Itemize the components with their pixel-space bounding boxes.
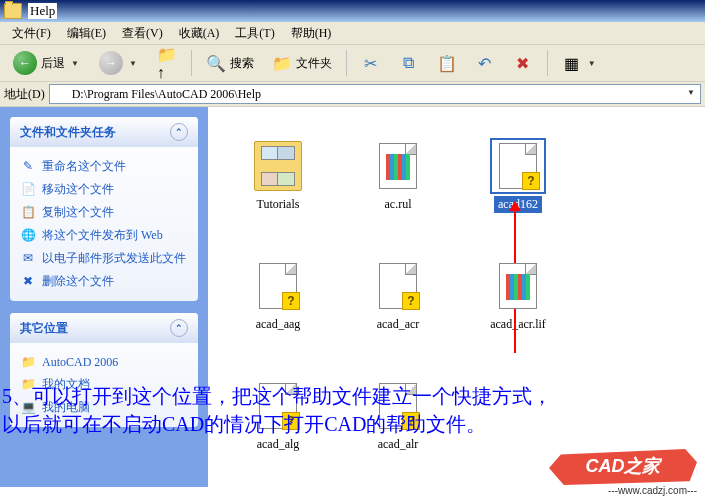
back-icon: ←	[13, 51, 37, 75]
file-item[interactable]: ac.rul	[338, 117, 458, 237]
up-button[interactable]: 📁↑	[150, 49, 184, 77]
places-panel-header[interactable]: 其它位置 ⌃	[10, 313, 198, 343]
titlebar: Help	[0, 0, 705, 22]
task-item[interactable]: ✖删除这个文件	[20, 270, 188, 293]
place-label: AutoCAD 2006	[42, 355, 118, 370]
logo-text: CAD之家	[549, 447, 697, 485]
folders-icon: 📁	[272, 53, 292, 73]
separator	[191, 50, 192, 76]
scissors-icon: ✂	[361, 53, 381, 73]
search-label: 搜索	[230, 55, 254, 72]
task-label: 将这个文件发布到 Web	[42, 227, 163, 244]
help-file-icon	[379, 263, 417, 309]
caption-line-2: 以后就可在不启动CAD的情况下打开CAD的帮助文件。	[2, 410, 703, 438]
task-icon: 🌐	[20, 228, 36, 244]
task-icon: 📄	[20, 182, 36, 198]
separator	[547, 50, 548, 76]
task-label: 复制这个文件	[42, 204, 114, 221]
copy-button[interactable]: ⧉	[392, 49, 426, 77]
search-button[interactable]: 🔍 搜索	[199, 49, 261, 77]
toolbar: ← 后退 ▼ → ▼ 📁↑ 🔍 搜索 📁 文件夹 ✂ ⧉ 📋 ↶ ✖ ▦▼	[0, 45, 705, 82]
undo-icon: ↶	[475, 53, 495, 73]
menu-tools[interactable]: 工具(T)	[227, 22, 282, 45]
task-icon: 📋	[20, 205, 36, 221]
menu-view[interactable]: 查看(V)	[114, 22, 171, 45]
folder-icon	[52, 86, 66, 98]
chevron-down-icon[interactable]: ▼	[685, 88, 697, 97]
file-item[interactable]: acad_aag	[218, 237, 338, 357]
task-label: 重命名这个文件	[42, 158, 126, 175]
collapse-icon[interactable]: ⌃	[170, 123, 188, 141]
address-bar: 地址(D) ▼	[0, 82, 705, 107]
task-item[interactable]: 📄移动这个文件	[20, 178, 188, 201]
separator	[346, 50, 347, 76]
task-icon: ✉	[20, 251, 36, 267]
help-file-icon	[259, 263, 297, 309]
views-icon: ▦	[562, 53, 582, 73]
task-item[interactable]: 🌐将这个文件发布到 Web	[20, 224, 188, 247]
folder-icon	[254, 141, 302, 191]
task-item[interactable]: ✎重命名这个文件	[20, 155, 188, 178]
window-title: Help	[28, 3, 57, 19]
chevron-down-icon: ▼	[586, 59, 598, 68]
file-label: acad_aag	[252, 316, 305, 333]
file-label: Tutorials	[253, 196, 304, 213]
address-input[interactable]	[49, 84, 701, 104]
tasks-panel-header[interactable]: 文件和文件夹任务 ⌃	[10, 117, 198, 147]
paste-icon: 📋	[437, 53, 457, 73]
task-label: 删除这个文件	[42, 273, 114, 290]
paste-button[interactable]: 📋	[430, 49, 464, 77]
file-label: acad_alr	[374, 436, 423, 453]
menubar: 文件(F) 编辑(E) 查看(V) 收藏(A) 工具(T) 帮助(H)	[0, 22, 705, 45]
delete-button[interactable]: ✖	[506, 49, 540, 77]
menu-help[interactable]: 帮助(H)	[283, 22, 340, 45]
folder-icon	[4, 3, 22, 19]
place-icon: 📁	[20, 354, 36, 370]
menu-edit[interactable]: 编辑(E)	[59, 22, 114, 45]
caption-line-1: 5、可以打开到这个位置，把这个帮助文件建立一个快捷方式，	[2, 382, 703, 410]
tasks-panel: 文件和文件夹任务 ⌃ ✎重命名这个文件📄移动这个文件📋复制这个文件🌐将这个文件发…	[10, 117, 198, 301]
tasks-title: 文件和文件夹任务	[20, 124, 116, 141]
file-icon	[499, 263, 537, 309]
file-label: ac.rul	[381, 196, 416, 213]
chevron-down-icon: ▼	[127, 59, 139, 68]
help-file-icon	[499, 143, 537, 189]
folder-up-icon: 📁↑	[157, 53, 177, 73]
undo-button[interactable]: ↶	[468, 49, 502, 77]
places-title: 其它位置	[20, 320, 68, 337]
task-label: 以电子邮件形式发送此文件	[42, 250, 186, 267]
logo-url: ---www.cadzj.com---	[549, 485, 697, 496]
folders-button[interactable]: 📁 文件夹	[265, 49, 339, 77]
forward-button[interactable]: → ▼	[92, 47, 146, 79]
back-label: 后退	[41, 55, 65, 72]
task-label: 移动这个文件	[42, 181, 114, 198]
address-label: 地址(D)	[4, 86, 45, 103]
task-icon: ✖	[20, 274, 36, 290]
file-item[interactable]: Tutorials	[218, 117, 338, 237]
file-item[interactable]: acad162	[458, 117, 578, 237]
collapse-icon[interactable]: ⌃	[170, 319, 188, 337]
views-button[interactable]: ▦▼	[555, 49, 605, 77]
file-label: acad_acr	[373, 316, 424, 333]
file-icon	[379, 143, 417, 189]
file-item[interactable]: acad_acr	[338, 237, 458, 357]
watermark-logo: CAD之家 ---www.cadzj.com---	[549, 447, 697, 495]
task-item[interactable]: 📋复制这个文件	[20, 201, 188, 224]
menu-file[interactable]: 文件(F)	[4, 22, 59, 45]
file-label: acad_acr.lif	[486, 316, 550, 333]
search-icon: 🔍	[206, 53, 226, 73]
task-item[interactable]: ✉以电子邮件形式发送此文件	[20, 247, 188, 270]
back-button[interactable]: ← 后退 ▼	[6, 47, 88, 79]
file-label: acad_alg	[253, 436, 304, 453]
delete-icon: ✖	[513, 53, 533, 73]
forward-icon: →	[99, 51, 123, 75]
folders-label: 文件夹	[296, 55, 332, 72]
cut-button[interactable]: ✂	[354, 49, 388, 77]
file-item[interactable]: acad_acr.lif	[458, 237, 578, 357]
place-item[interactable]: 📁AutoCAD 2006	[20, 351, 188, 373]
menu-favorites[interactable]: 收藏(A)	[171, 22, 228, 45]
copy-icon: ⧉	[399, 53, 419, 73]
chevron-down-icon: ▼	[69, 59, 81, 68]
task-icon: ✎	[20, 159, 36, 175]
annotation-caption: 5、可以打开到这个位置，把这个帮助文件建立一个快捷方式， 以后就可在不启动CAD…	[2, 382, 703, 438]
